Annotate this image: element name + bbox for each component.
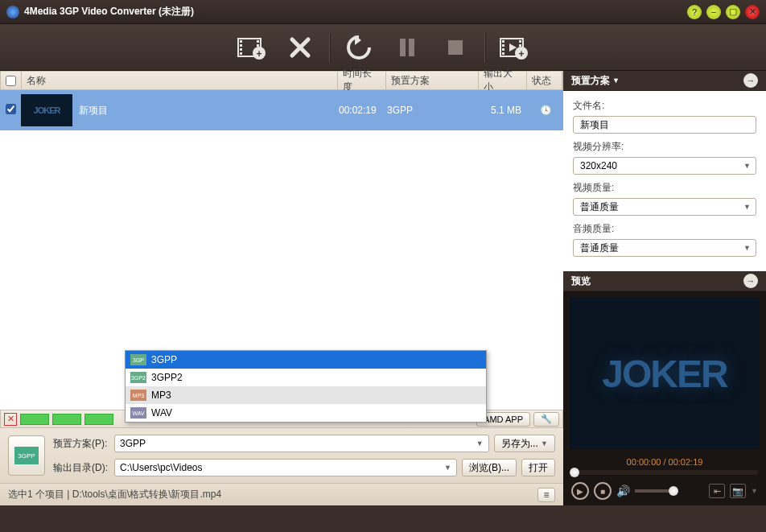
option-label: 3GPP2	[151, 372, 183, 383]
app-logo-icon	[6, 6, 19, 19]
profile-option-3gpp[interactable]: 3GP3GPP	[126, 351, 486, 369]
volume-knob[interactable]	[669, 486, 678, 496]
preview-header: 预览 →	[563, 271, 766, 291]
preview-panel: 预览 → JOKER 00:00:00 / 00:02:19 ▶ ■ 🔊 ⇤ 📷…	[563, 271, 766, 505]
item-checkbox[interactable]	[0, 104, 21, 117]
resolution-value: 320x240	[580, 160, 617, 171]
preview-screen[interactable]: JOKER	[570, 298, 760, 449]
status-text: 选中1 个项目 | D:\tools\桌面\格式转换\新项目.mp4	[8, 488, 221, 501]
browse-button[interactable]: 浏览(B)...	[462, 459, 517, 476]
stop-button[interactable]	[436, 31, 475, 64]
minimize-button[interactable]: −	[706, 5, 721, 19]
saveas-button[interactable]: 另存为... ▼	[494, 435, 555, 452]
svg-rect-3	[240, 48, 242, 51]
chevron-down-icon[interactable]: ▼	[751, 487, 758, 495]
aquality-select[interactable]: 普通质量▼	[573, 239, 756, 257]
aquality-value: 普通质量	[580, 241, 619, 255]
profile-value: 3GPP	[120, 438, 146, 449]
item-duration: 00:02:19	[339, 105, 387, 116]
vquality-select[interactable]: 普通质量▼	[573, 198, 756, 216]
stop-preview-button[interactable]: ■	[594, 482, 612, 500]
svg-rect-1	[240, 40, 242, 43]
vquality-label: 视频质量:	[573, 181, 756, 195]
item-profile: 3GPP	[387, 105, 480, 116]
toolbar-divider	[484, 33, 485, 62]
vquality-value: 普通质量	[580, 200, 619, 214]
list-item[interactable]: JOKER 新项目 00:02:19 3GPP 5.1 MB 🕓	[0, 90, 563, 130]
preview-prev-button[interactable]: ⇤	[709, 484, 725, 498]
convert-button[interactable]	[340, 31, 378, 64]
open-button[interactable]: 打开	[521, 459, 555, 476]
profile-panel-header: 预置方案▼ →	[563, 71, 766, 91]
list-header: 名称 时间长度 预置方案 输出大小 状态	[0, 71, 563, 90]
progress-knob[interactable]	[570, 468, 579, 477]
chevron-down-icon: ▼	[743, 162, 751, 170]
header-outsize[interactable]: 输出大小	[479, 72, 527, 89]
statusbar: 选中1 个项目 | D:\tools\桌面\格式转换\新项目.mp4 ≡	[0, 483, 563, 505]
outdir-select[interactable]: C:\Users\pc\Videos▼	[114, 459, 457, 476]
svg-marker-24	[509, 43, 517, 52]
add-file-button[interactable]: +	[233, 31, 271, 64]
collapse-panel-button[interactable]: →	[743, 73, 758, 88]
header-profile[interactable]: 预置方案	[386, 72, 479, 89]
item-status-icon: 🕓	[528, 105, 563, 116]
window-title: 4Media 3GP Video Converter (未注册)	[24, 5, 682, 19]
help-button[interactable]: ?	[687, 5, 702, 19]
svg-rect-16	[502, 40, 504, 43]
profile-icon-button[interactable]: 3GPP	[8, 435, 45, 476]
svg-rect-2	[240, 44, 242, 47]
svg-rect-18	[502, 48, 504, 51]
segment-block[interactable]	[52, 414, 81, 425]
profile-option-3gpp2[interactable]: 3GP23GPP2	[126, 369, 486, 386]
settings-button[interactable]: 🔧	[533, 412, 559, 427]
profile-label: 预置方案(P):	[53, 437, 109, 451]
item-thumbnail: JOKER	[21, 94, 72, 126]
header-name[interactable]: 名称	[22, 72, 338, 89]
svg-rect-20	[519, 40, 521, 43]
add-profile-button[interactable]: +	[495, 31, 533, 64]
svg-rect-17	[502, 44, 504, 47]
preview-progress[interactable]	[571, 470, 758, 475]
item-name: 新项目	[79, 104, 339, 118]
collapse-preview-button[interactable]: →	[743, 274, 758, 288]
play-button[interactable]: ▶	[571, 482, 589, 500]
item-outsize: 5.1 MB	[480, 105, 528, 116]
chevron-down-icon: ▼	[541, 439, 548, 447]
segment-block[interactable]	[84, 414, 113, 425]
option-label: 3GPP	[151, 354, 177, 365]
preview-time: 00:00:00 / 00:02:19	[563, 456, 766, 468]
header-checkbox[interactable]	[1, 72, 22, 89]
volume-icon[interactable]: 🔊	[616, 485, 630, 497]
svg-text:+: +	[256, 48, 262, 60]
profile-dropdown-popup: 3GP3GPP 3GP23GPP2 MP3MP3 WAVWAV	[125, 350, 487, 423]
filename-label: 文件名:	[573, 99, 756, 113]
header-status[interactable]: 状态	[527, 72, 562, 89]
filename-value: 新项目	[580, 118, 609, 132]
remove-button[interactable]	[281, 31, 319, 64]
close-button[interactable]: ✕	[745, 5, 760, 19]
header-duration[interactable]: 时间长度	[338, 72, 386, 89]
aquality-label: 音频质量:	[573, 222, 756, 236]
option-label: WAV	[151, 407, 172, 419]
segment-block[interactable]	[20, 414, 49, 425]
profile-option-wav[interactable]: WAVWAV	[126, 404, 486, 422]
format-icon: 3GPP	[14, 447, 39, 464]
svg-rect-13	[409, 39, 414, 56]
format-icon: 3GP2	[130, 372, 146, 383]
svg-rect-12	[400, 39, 406, 56]
profile-option-mp3[interactable]: MP3MP3	[126, 386, 486, 404]
profile-select[interactable]: 3GPP▼	[114, 435, 489, 452]
filename-field[interactable]: 新项目	[573, 116, 756, 134]
resolution-select[interactable]: 320x240▼	[573, 157, 756, 175]
saveas-label: 另存为...	[501, 437, 538, 451]
maximize-button[interactable]: ▢	[726, 5, 740, 19]
format-icon: WAV	[130, 407, 146, 419]
snapshot-button[interactable]: 📷	[730, 484, 746, 498]
statusbar-menu-button[interactable]: ≡	[537, 488, 555, 502]
volume-slider[interactable]	[635, 489, 675, 493]
svg-rect-19	[502, 52, 504, 55]
chevron-down-icon: ▼	[612, 76, 620, 85]
chevron-down-icon: ▼	[476, 439, 484, 447]
pause-button[interactable]	[388, 31, 426, 64]
clear-segments-button[interactable]: ✕	[4, 413, 17, 426]
